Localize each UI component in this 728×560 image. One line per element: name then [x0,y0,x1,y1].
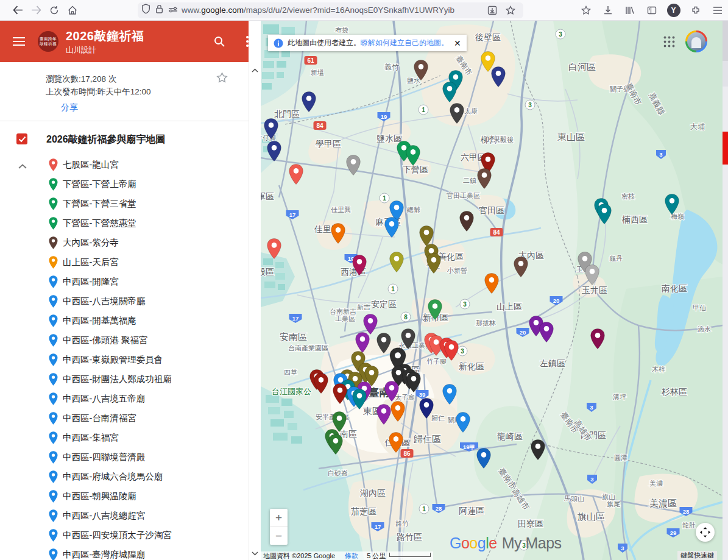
list-item[interactable]: 中西區-四聯境普濟殿 [0,447,249,467]
map-label: 竹子腳 [426,358,447,365]
downloads-icon[interactable] [599,2,617,19]
permissions-icon[interactable] [168,5,178,16]
scroll-up-icon[interactable] [252,64,258,75]
keyboard-shortcuts-label[interactable]: 鍵盤快速鍵 [677,551,717,560]
extensions-icon[interactable] [687,2,704,19]
map-label: 龍崎區 [497,431,523,441]
road-shield: 3 [458,346,467,356]
more-options-icon[interactable] [234,36,249,47]
layer-checkbox[interactable] [16,133,27,144]
svg-text:28: 28 [683,508,690,515]
map-label: 那拔林 [476,319,496,327]
lock-icon[interactable] [155,4,163,16]
svg-text:39: 39 [419,391,426,398]
home-button[interactable] [63,2,82,19]
scale-label: 5 公里 [367,551,386,560]
back-button[interactable] [9,2,27,19]
list-item[interactable]: 下營區-下營三省堂 [0,194,249,213]
list-item[interactable]: 中西區-四安境頂太子沙淘宮 [0,525,249,545]
place-name: 中西區-府城六合境馬公廟 [63,471,163,483]
svg-text:28: 28 [436,505,442,512]
window-scrollbar[interactable] [723,21,728,560]
list-item[interactable]: 中西區-東嶽殿管理委員會 [0,350,249,369]
map-label: 龍肚 [682,522,696,529]
place-name: 下營區-下營三省堂 [63,198,136,210]
list-item[interactable]: 中西區-台南濟福宮 [0,408,249,428]
svg-text:19: 19 [381,113,387,120]
svg-text:8: 8 [404,314,408,321]
list-item[interactable]: 山上區-天后宮 [0,252,249,272]
place-pin-icon [49,470,58,483]
list-item[interactable]: 中西區-臺灣府城隍廟 [0,545,249,560]
map-label: 玉井區 [582,285,607,295]
save-page-icon[interactable] [483,2,501,19]
place-pin-icon [49,334,58,347]
map-label: 新塭 [311,69,324,76]
browser-toolbar: www.google.com/maps/d/u/2/viewer?mid=16A… [0,0,728,21]
list-item[interactable]: 中西區-八吉境五帝廟 [0,389,249,408]
road-shield: 1 [388,284,398,294]
map-label: 四草 [284,369,297,376]
map-sidebar: 臺南跨年敲鐘祈福 2026敲鐘祈福 山川設計 瀏覽次數:17,208 次 上次發… [0,21,249,560]
google-watermark: GoogleMy Maps [450,534,562,552]
list-item[interactable]: 中西區-八吉境關帝廳 [0,291,249,311]
google-apps-icon[interactable] [663,35,676,48]
map-label: 美濃 [649,480,663,487]
list-item[interactable]: 中西區-集福宮 [0,428,249,447]
list-item[interactable]: 中西區-朝興温陵廟 [0,486,249,506]
map-label: 下營區 [403,165,428,174]
terms-link[interactable]: 條款 [345,551,358,560]
sidebar-scrollbar[interactable] [249,62,261,560]
forward-button[interactable] [27,2,45,19]
list-item[interactable]: 中西區-府城六合境馬公廟 [0,467,249,486]
reload-button[interactable] [45,2,63,19]
list-item[interactable]: 中西區-八吉境總趕宮 [0,506,249,525]
place-name: 中西區-八吉境關帝廳 [63,296,145,307]
sidebar-toggle-icon[interactable] [643,2,660,19]
place-name: 山上區-天后宮 [63,257,119,268]
place-pin-icon [49,197,58,210]
place-name: 中西區-佛頭港 聚福宮 [63,335,147,346]
account-avatar[interactable]: Y [665,2,682,19]
list-item[interactable]: 七股區-龍山宮 [0,155,249,174]
star-icon[interactable] [216,72,228,86]
map-label: 小新營 [447,267,467,274]
zoom-in-button[interactable]: + [270,509,288,527]
place-pin-icon [49,353,58,366]
svg-text:3: 3 [528,102,532,108]
map-label: 大埔 [690,122,705,131]
pan-control[interactable] [696,523,715,542]
map-canvas[interactable]: 6184848619171917173919甲28202033328293111… [261,21,723,560]
list-item[interactable]: 中西區-財團法人鄭成功祖廟 [0,369,249,389]
menu-hamburger-icon[interactable] [0,37,38,46]
banner-close-icon[interactable]: ✕ [454,38,461,48]
bookmark-star-icon[interactable] [501,2,520,19]
list-item[interactable]: 中西區-開隆宮 [0,272,249,291]
menu-icon[interactable] [709,2,726,19]
bookmarks-menu-icon[interactable] [577,2,595,19]
place-name: 中西區-集福宮 [63,432,119,444]
share-link[interactable]: 分享 [61,102,78,113]
map-label: 左鎮區 [539,358,565,368]
map-label: 湖內區 [359,488,386,498]
banner-link[interactable]: 瞭解如何建立自己的地圖。 [361,38,448,48]
map-label: 楠西區 [621,214,648,224]
search-icon[interactable] [205,35,234,48]
library-icon[interactable] [621,2,638,19]
place-pin-icon [49,509,58,522]
url-bar[interactable]: www.google.com/maps/d/u/2/viewer?mid=16A… [138,2,523,18]
list-item[interactable]: 下營區-下營慈惠堂 [0,213,249,233]
scroll-down-icon[interactable] [252,547,258,558]
map-label: 義竹 [384,63,399,71]
user-avatar[interactable] [685,30,707,52]
zoom-out-button[interactable]: − [270,527,288,545]
road-shield: 3 [556,29,565,39]
list-item[interactable]: 中西區-開基萬福庵 [0,311,249,330]
list-item[interactable]: 中西區-佛頭港 聚福宮 [0,330,249,350]
shield-icon[interactable] [141,4,150,16]
publish-time: 上次發布時間:昨天中午12:00 [46,87,151,97]
place-pin-icon [49,236,58,249]
map-label: 旗尾 [607,500,620,508]
list-item[interactable]: 下營區-下營上帝廟 [0,174,249,194]
list-item[interactable]: 大內區-紫分寺 [0,233,249,252]
